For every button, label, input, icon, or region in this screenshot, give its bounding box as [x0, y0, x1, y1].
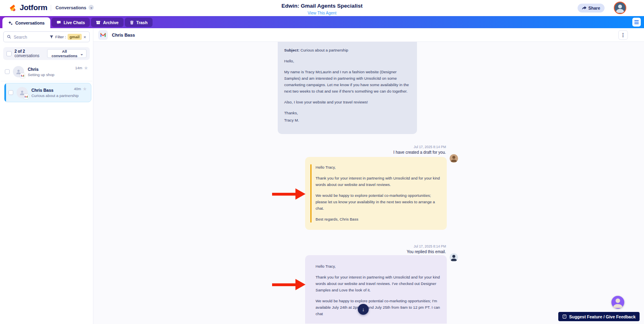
reply-status-text: You replied this email.: [277, 250, 446, 254]
chevron-down-icon: ⌄: [80, 52, 83, 56]
conversation-item-chris[interactable]: Chris Setting up shop 14m ★: [1, 62, 92, 81]
gmail-badge-icon: [20, 73, 25, 78]
draft-paragraph: We would be happy to explore potential c…: [316, 192, 440, 212]
user-avatar-floating[interactable]: [611, 296, 624, 309]
chat-panel: Chris Bass ⋮ Subject: Curious about a pa…: [93, 28, 644, 324]
conversation-sidebar: Filter : gmail × 2 of 2 conversations Al…: [0, 28, 93, 324]
conversation-time: 14m: [75, 66, 83, 70]
filter-chip: gmail: [68, 34, 82, 40]
tab-archive[interactable]: Archive: [91, 18, 124, 27]
contact-avatar: [13, 66, 24, 77]
tab-label: Trash: [136, 20, 148, 25]
email-paragraph: Also, I love your website and your trave…: [284, 99, 411, 105]
reply-paragraph: We would be happy to explore potential c…: [316, 298, 440, 317]
draft-status-text: I have created a draft for you.: [277, 150, 446, 155]
draft-email-bubble: Hello Tracy, Thank you for your interest…: [305, 157, 447, 230]
timestamp: Jul 17, 2025 8:14 PM: [277, 244, 446, 248]
title-block: Edwin: Gmail Agents Specialist View This…: [0, 3, 644, 16]
panel-list-icon[interactable]: [632, 18, 641, 27]
conversation-preview: Curious about a partnership: [31, 93, 78, 98]
tab-label: Archive: [103, 20, 119, 25]
archive-icon: [96, 20, 101, 25]
star-icon[interactable]: ★: [84, 66, 88, 70]
agent-avatar: [450, 154, 458, 163]
email-subject: Subject: Curious about a partnership: [284, 47, 411, 54]
search-input[interactable]: [14, 35, 39, 39]
clear-filter-button[interactable]: ×: [83, 35, 87, 39]
email-paragraph: Hello,: [284, 58, 411, 64]
draft-paragraph: Thank you for your interest in partnerin…: [316, 175, 440, 188]
gmail-badge-icon: [24, 94, 29, 99]
conversation-name: Chris Bass: [31, 88, 78, 93]
reply-email-bubble: Hello Tracy, Thank you for your interest…: [305, 255, 447, 324]
conversation-time: 40m: [74, 87, 81, 91]
chat-scroll-area[interactable]: Subject: Curious about a partnership Hel…: [93, 42, 644, 324]
conversation-counter-bar: 2 of 2 conversations All conversations ⌄: [3, 47, 90, 60]
annotation-arrow: [272, 279, 305, 290]
search-icon: [7, 35, 11, 39]
user-avatar[interactable]: [614, 2, 626, 14]
view-this-agent-link[interactable]: View This Agent: [308, 11, 336, 15]
tab-label: Conversations: [15, 21, 45, 25]
conversation-count: 2 of 2 conversations: [14, 49, 47, 58]
conversation-checkbox[interactable]: [5, 69, 10, 74]
reply-meta: Jul 17, 2025 8:14 PM You replied this em…: [277, 244, 446, 254]
chat-contact-name: Chris Bass: [112, 33, 135, 37]
search-filter-bar: Filter : gmail ×: [3, 31, 90, 42]
email-paragraph: My name is Tracy McLaurin and I run a fa…: [284, 69, 411, 95]
tab-live-chats[interactable]: Live Chats: [52, 18, 90, 27]
conversation-item-chris-bass[interactable]: Chris Bass Curious about a partnership 4…: [4, 83, 91, 102]
chat-options-button[interactable]: ⋮: [618, 30, 628, 40]
reply-paragraph: Hello Tracy,: [316, 263, 440, 270]
tab-conversations[interactable]: Conversations: [2, 17, 50, 28]
share-button[interactable]: Share: [578, 4, 605, 12]
share-icon: [582, 6, 586, 10]
page-title: Edwin: Gmail Agents Specialist: [0, 3, 644, 9]
conversation-filter-dropdown[interactable]: All conversations ⌄: [47, 49, 87, 58]
email-paragraph: Thanks,: [284, 110, 411, 116]
timestamp: Jul 17, 2025 8:14 PM: [277, 145, 446, 149]
contact-avatar: [17, 87, 28, 98]
incoming-email-bubble: Subject: Curious about a partnership Hel…: [278, 42, 417, 134]
conversation-checkbox[interactable]: [8, 90, 13, 95]
email-signature: Tracy M.: [284, 117, 411, 124]
agent-tab-bar: Conversations Live Chats Archive Trash: [0, 16, 644, 28]
annotation-arrow: [272, 188, 305, 200]
conversation-name: Chris: [28, 67, 54, 72]
trash-icon: [130, 20, 134, 25]
chat-header: Chris Bass ⋮: [93, 28, 644, 42]
filter-icon: [50, 35, 54, 39]
conversation-list: Chris Setting up shop 14m ★ Chris Bass C…: [0, 62, 93, 102]
filter-control[interactable]: Filter : gmail ×: [50, 34, 89, 40]
dropdown-label: All conversations: [50, 49, 78, 58]
feedback-icon: [562, 314, 567, 319]
scroll-down-button[interactable]: ↓: [358, 304, 369, 315]
share-label: Share: [588, 6, 600, 10]
draft-paragraph: Hello Tracy,: [316, 164, 440, 171]
tab-trash[interactable]: Trash: [125, 18, 153, 27]
reply-paragraph: Thank you for your interest in partnerin…: [316, 274, 440, 293]
draft-accent-bar: [310, 164, 312, 223]
agent-avatar: [450, 253, 458, 262]
feedback-label: Suggest Feature / Give Feedback: [569, 314, 636, 319]
gmail-icon: [98, 30, 108, 40]
select-all-checkbox[interactable]: [6, 51, 12, 56]
draft-meta: Jul 17, 2025 8:14 PM I have created a dr…: [277, 145, 446, 155]
star-icon[interactable]: ★: [83, 87, 87, 91]
top-header: Jotform Conversations ⌄ Edwin: Gmail Age…: [0, 0, 644, 16]
sparkle-icon: [8, 21, 13, 25]
chat-bubble-icon: [56, 20, 61, 25]
filter-label: Filter :: [55, 35, 66, 39]
tab-label: Live Chats: [64, 20, 85, 25]
draft-signature: Best regards, Chris Bass: [316, 216, 440, 223]
suggest-feedback-button[interactable]: Suggest Feature / Give Feedback: [558, 312, 640, 321]
conversation-preview: Setting up shop: [28, 72, 54, 77]
